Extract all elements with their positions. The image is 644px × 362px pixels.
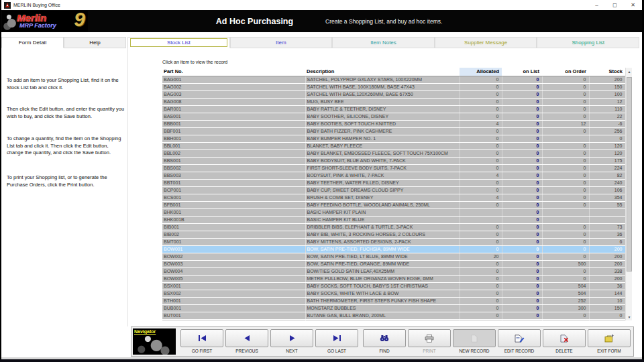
exit-form-button[interactable]: EXIT FORM	[588, 329, 631, 353]
table-row[interactable]: BAS001BABY SOOTHER, SILICONE, DISNEY0002…	[162, 113, 625, 120]
cell-part-no: BAG003	[162, 90, 305, 98]
table-row[interactable]: BBB001BABY BOOTIES, SOFT TOUCH KNITTED40…	[162, 120, 625, 127]
window-title: MERLIN Buying Office	[13, 3, 60, 7]
scrollbar-thumb[interactable]	[627, 77, 632, 272]
cell-part-no: BIB001	[162, 223, 305, 231]
cell-value: 120	[589, 142, 625, 149]
tab-supplier-message[interactable]: Supplier Message	[435, 37, 537, 48]
cell-description: BOW, SATIN PRE-TIED, LT BLUE, 89MM WIDE	[305, 253, 460, 260]
table-row[interactable]: BAR001BABY RATTLE & TEETHER, DISNEY00011…	[162, 105, 625, 113]
vertical-scrollbar[interactable]: ▲ ▼	[625, 68, 632, 320]
cell-value: 0	[502, 208, 542, 216]
cell-description: BABY BLANKET, EMBOSSED FLEECE, SOFT TOUC…	[305, 149, 460, 157]
column-header-on-order[interactable]: on Order	[542, 68, 589, 76]
cell-value: 0	[542, 312, 589, 319]
table-row[interactable]: BOW003BOW, SATIN PRE-TIED, ORANGE, 89MM …	[162, 260, 625, 267]
table-row[interactable]: BFB001BABY FEEDING BOTTLE, WOODLAND ANIM…	[162, 201, 625, 208]
cell-value: 504	[542, 282, 589, 290]
find-icon	[363, 329, 406, 347]
cell-value: 0	[502, 267, 542, 275]
cell-description: FISH PET BOWL	[305, 319, 460, 320]
table-row[interactable]: BUB001MONSTARZ BUBBLES00300150	[162, 304, 625, 312]
cell-value: 0	[460, 135, 502, 142]
column-header-description[interactable]: Description	[305, 68, 460, 76]
cell-part-no: BBS001	[162, 157, 305, 164]
cell-value: 0	[460, 245, 502, 253]
cell-value: 0	[542, 76, 589, 83]
tab-shopping-list[interactable]: Shopping List	[537, 37, 639, 48]
delete-button[interactable]: DELETE	[543, 329, 586, 353]
previous-button[interactable]: PREVIOUS	[225, 329, 268, 353]
column-header-stock[interactable]: Stock	[589, 68, 625, 76]
tab-label: Supplier Message	[437, 38, 535, 47]
cell-value: 0	[460, 83, 502, 90]
cell-value: 354	[589, 194, 625, 201]
cell-value: 0	[502, 238, 542, 245]
navigation-toolbar: Navigator GO FIRSTPREVIOUSNEXTGO LASTFIN…	[131, 326, 634, 357]
minimize-button[interactable]: –	[588, 0, 606, 10]
tab-help[interactable]: Help	[64, 37, 126, 48]
stock-list-grid: Part No.DescriptionAllocatedon Liston Or…	[162, 68, 632, 320]
table-row[interactable]: BAG001SATCHEL, POLYPROP GXLAXY STARS, 10…	[162, 76, 625, 83]
table-row[interactable]: BIB001DRIBBLER BIBS, ELEPHANT & TURTLE, …	[162, 223, 625, 231]
table-row[interactable]: BSX002BABY SOCKS, WHITE WITH LACE & BOW0…	[162, 290, 625, 297]
table-row[interactable]: BCS001BRUSH & COMB SET, DISNEY400354	[162, 194, 625, 201]
cell-value: 0	[502, 201, 542, 208]
cell-value: 224	[589, 164, 625, 172]
table-row[interactable]: BHK001BASIC HAMPER KIT PLAIN0	[162, 208, 625, 216]
cell-part-no: BCS001	[162, 194, 305, 201]
button-label: NEXT	[270, 349, 313, 353]
table-row-selected[interactable]: BOW001BOW, SATIN PRE-TIED, FUCHSIA, 89MM…	[162, 245, 625, 253]
table-row[interactable]: BOW005METRE PULLBOW, BLUE ORGANZA WOVEN …	[162, 275, 625, 282]
table-row[interactable]: BOW004BOW/TIES GOLD SATIN LEAF,40X25MM00…	[162, 267, 625, 275]
scroll-down-icon[interactable]: ▼	[626, 313, 632, 320]
table-row[interactable]: BBF001BABY BATH FIZZER, PINK CASHMERE000…	[162, 127, 625, 135]
go-last-button[interactable]: GO LAST	[315, 329, 358, 353]
cell-value: 0	[502, 98, 542, 105]
table-row[interactable]: BMT001BABY MITTENS, ASSORTED DESIGNS, 2-…	[162, 238, 625, 245]
find-button[interactable]: FIND	[363, 329, 406, 353]
table-row[interactable]: BWL001FISH PET BOWL00024	[162, 319, 625, 320]
table-row[interactable]: BUT001BUTANE GAS, BULL BRAND, 200ML0000	[162, 312, 625, 319]
go-first-button[interactable]: GO FIRST	[180, 329, 223, 353]
cell-value: 0	[502, 275, 542, 282]
table-row[interactable]: BTH001BATH THERMOMETER, FIRST STEPS FUNK…	[162, 297, 625, 304]
cell-part-no: BSX001	[162, 282, 305, 290]
cell-value: 200	[589, 76, 625, 83]
button-label: EXIT FORM	[588, 349, 631, 353]
tab-stock-list[interactable]: Stock List	[127, 37, 230, 48]
edit-record-button[interactable]: EDIT RECORD	[498, 329, 541, 353]
table-row[interactable]: BBT001BABY TEETHER, WATER FILLED, DISNEY…	[162, 179, 625, 186]
table-row[interactable]: BIB002BABY BIB, WHITE, 3 ROCKING HORSES,…	[162, 231, 625, 238]
table-row[interactable]: BBL002BABY BLANKET, EMBOSSED FLEECE, SOF…	[162, 149, 625, 157]
table-row[interactable]: BBS003BODYSUIT, PINK & WHITE, 7-PACK4008…	[162, 172, 625, 179]
table-row[interactable]: BBS001BABY BODYSUIT, BLUE AND WHITE, 7-P…	[162, 157, 625, 164]
column-header-part-no-[interactable]: Part No.	[162, 68, 305, 76]
cell-description: BABY MITTENS, ASSORTED DESIGNS, 2-PACK	[305, 238, 460, 245]
table-row[interactable]: BCP001BABY CUP, SWEET DREAMS CLOUD SIPPY…	[162, 186, 625, 194]
column-header-allocated[interactable]: Allocated	[460, 68, 502, 76]
cell-part-no: BAG002	[162, 83, 305, 90]
table-row[interactable]: BOW002BOW, SATIN PRE-TIED, LT BLUE, 89MM…	[162, 253, 625, 260]
table-row[interactable]: BBL001BLANKET, BABY FLEECE000120	[162, 142, 625, 149]
next-button[interactable]: NEXT	[270, 329, 313, 353]
table-row[interactable]: BHK001BBASIC HAMPER KIT BLUE0	[162, 216, 625, 223]
table-row[interactable]: BAG002SATCHEL WITH BASE, 100X180MM, BASE…	[162, 83, 625, 90]
cell-part-no: BHK001B	[162, 216, 305, 223]
cell-description: FIRST SHORT-SLEEVE BODY SUITS, 7-PACK	[305, 164, 460, 172]
scroll-up-icon[interactable]: ▲	[626, 68, 632, 75]
cell-value: 0	[502, 304, 542, 312]
table-row[interactable]: BAG008MUG, BUSY BEE00012	[162, 98, 625, 105]
maximize-button[interactable]: ◻	[606, 0, 624, 10]
tab-form-detail[interactable]: Form Detail	[1, 37, 64, 48]
tab-item-notes[interactable]: Item Notes	[332, 37, 435, 48]
table-row[interactable]: BBS002FIRST SHORT-SLEEVE BODY SUITS, 7-P…	[162, 164, 625, 172]
close-button[interactable]: ✕	[624, 0, 642, 10]
column-header-on-list[interactable]: on List	[502, 68, 542, 76]
table-row[interactable]: BAG003SATCHEL WITH BASE,120X260MM, BASE …	[162, 90, 625, 98]
tab-item[interactable]: Item	[230, 37, 333, 48]
table-row[interactable]: BBH001BABY BUMPER HAMPER NO. 1000	[162, 135, 625, 142]
table-row[interactable]: BSX001BABY SOCKS, SOFT TOUCH, BABY'S 1ST…	[162, 282, 625, 290]
cell-value: 0	[460, 90, 502, 98]
cell-part-no: BOW002	[162, 253, 305, 260]
